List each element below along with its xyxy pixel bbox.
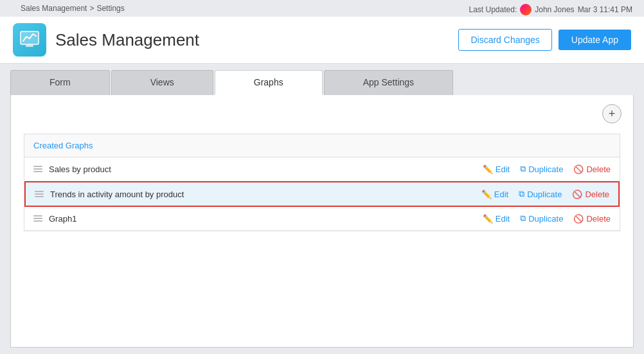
app-header-left: Sales Management: [13, 23, 199, 57]
duplicate-icon: ⧉: [520, 164, 526, 174]
row-actions: ✏️ Edit ⧉ Duplicate 🚫 Delete: [481, 189, 609, 199]
delete-button-2[interactable]: 🚫 Delete: [572, 190, 609, 199]
tab-app-settings[interactable]: App Settings: [324, 70, 453, 95]
header-buttons: Discard Changes Update App: [458, 29, 631, 51]
app-icon-svg: [19, 30, 40, 50]
discard-changes-button[interactable]: Discard Changes: [458, 29, 551, 51]
edit-icon: ✏️: [481, 190, 492, 199]
table-row: Sales by product ✏️ Edit ⧉ Duplicate 🚫 D…: [24, 157, 620, 181]
tab-form[interactable]: Form: [10, 70, 110, 95]
row-drag-handle[interactable]: [33, 215, 42, 222]
row-name: Sales by product: [49, 164, 483, 174]
last-updated-user: John Jones: [535, 5, 574, 14]
delete-button-3[interactable]: 🚫 Delete: [573, 214, 611, 224]
duplicate-button-2[interactable]: ⧉ Duplicate: [519, 189, 562, 199]
breadcrumb-current[interactable]: Settings: [96, 4, 124, 13]
last-updated-bar: Last Updated: John Jones Mar 3 11:41 PM: [469, 4, 632, 15]
delete-icon: 🚫: [573, 214, 584, 224]
update-app-button[interactable]: Update App: [559, 30, 631, 50]
tabs-bar: Form Views Graphs App Settings: [0, 64, 644, 95]
breadcrumb-separator: >: [89, 4, 94, 13]
row-name: Trends in activity amount by product: [50, 190, 481, 199]
edit-button-3[interactable]: ✏️ Edit: [483, 214, 510, 224]
graphs-table: Created Graphs Sales by product ✏️ Edit …: [24, 134, 620, 231]
app-header: Sales Management Discard Changes Update …: [0, 17, 644, 64]
edit-button-2[interactable]: ✏️ Edit: [481, 190, 508, 199]
breadcrumb: Sales Management > Settings: [10, 0, 135, 17]
delete-icon: 🚫: [573, 164, 584, 174]
app-icon: [13, 23, 46, 57]
delete-button-1[interactable]: 🚫 Delete: [573, 164, 611, 174]
row-actions: ✏️ Edit ⧉ Duplicate 🚫 Delete: [483, 164, 611, 174]
tab-graphs[interactable]: Graphs: [215, 70, 323, 95]
page-title: Sales Management: [55, 30, 199, 50]
table-header-label: Created Graphs: [33, 141, 611, 150]
svg-rect-2: [26, 45, 33, 47]
duplicate-button-1[interactable]: ⧉ Duplicate: [520, 164, 563, 174]
duplicate-icon: ⧉: [519, 189, 524, 199]
edit-icon: ✏️: [483, 214, 493, 224]
last-updated-date: Mar 3 11:41 PM: [578, 5, 632, 14]
table-row: Trends in activity amount by product ✏️ …: [24, 181, 620, 207]
delete-icon: 🚫: [572, 190, 582, 199]
row-drag-handle[interactable]: [35, 191, 44, 197]
table-header: Created Graphs: [24, 134, 620, 157]
duplicate-button-3[interactable]: ⧉ Duplicate: [520, 213, 563, 224]
last-updated-label: Last Updated:: [469, 5, 517, 14]
page-wrapper: Sales Management > Settings Last Updated…: [0, 0, 644, 354]
breadcrumb-root[interactable]: Sales Management: [21, 4, 87, 13]
row-drag-handle[interactable]: [33, 166, 42, 172]
edit-icon: ✏️: [483, 164, 493, 174]
breadcrumb-section: Sales Management > Settings Last Updated…: [0, 0, 644, 17]
duplicate-icon: ⧉: [520, 213, 526, 224]
user-avatar: [520, 4, 532, 15]
add-graph-button[interactable]: +: [602, 104, 622, 123]
row-actions: ✏️ Edit ⧉ Duplicate 🚫 Delete: [483, 213, 611, 224]
table-row: Graph1 ✏️ Edit ⧉ Duplicate 🚫 Delete: [24, 207, 620, 231]
row-name: Graph1: [49, 214, 483, 224]
main-content: + Created Graphs Sales by product ✏️ Edi…: [10, 95, 634, 348]
edit-button-1[interactable]: ✏️ Edit: [483, 164, 510, 174]
svg-rect-3: [28, 44, 31, 45]
tab-views[interactable]: Views: [111, 70, 213, 95]
